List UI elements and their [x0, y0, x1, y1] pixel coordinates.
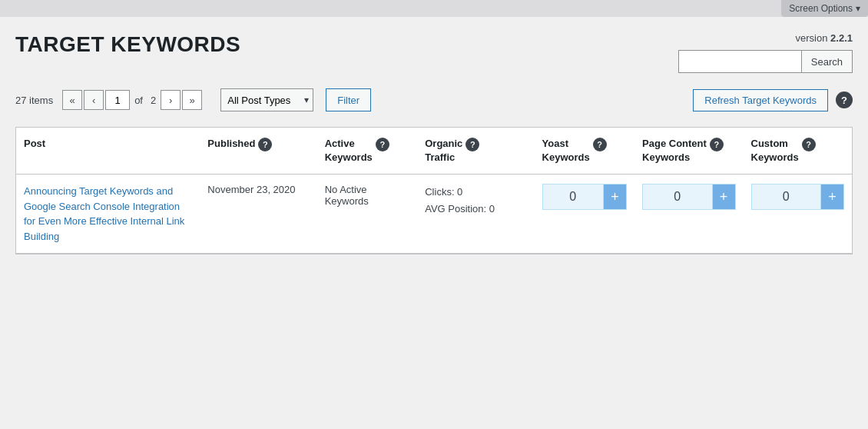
- toolbar-left: 27 items « ‹ of 2 › » All Post Types Fil…: [15, 88, 371, 111]
- col-label-published: Published: [207, 137, 255, 151]
- custom-keywords-help-icon[interactable]: ?: [802, 138, 816, 151]
- col-header-active-keywords: ActiveKeywords ?: [317, 128, 418, 175]
- col-header-page-content: Page ContentKeywords ?: [634, 128, 743, 175]
- filter-button[interactable]: Filter: [326, 88, 371, 111]
- table-cell-custom-keywords: 0 +: [744, 175, 852, 254]
- col-header-post: Post: [16, 128, 200, 175]
- yoast-count: 0: [543, 190, 604, 204]
- total-pages: 2: [151, 95, 156, 106]
- main-header: TARGET KEYWORDS version 2.2.1 Search: [0, 17, 868, 81]
- version-text: version 2.2.1: [796, 32, 853, 44]
- prev-page-button[interactable]: ‹: [84, 90, 104, 110]
- screen-options-bar: Screen Options ▾: [0, 0, 868, 17]
- refresh-target-keywords-button[interactable]: Refresh Target Keywords: [693, 89, 828, 111]
- first-page-button[interactable]: «: [62, 90, 82, 110]
- page-number-input[interactable]: [105, 90, 130, 110]
- next-page-button[interactable]: ›: [161, 90, 181, 110]
- col-header-custom-keywords: CustomKeywords ?: [744, 128, 852, 175]
- page-content-help-icon[interactable]: ?: [710, 138, 724, 151]
- version-prefix: version: [796, 32, 828, 44]
- table-container: Post Published ? ActiveKeywords ?: [15, 127, 853, 254]
- help-char: ?: [841, 95, 847, 106]
- organic-traffic-help-icon[interactable]: ?: [465, 138, 479, 151]
- col-label-yoast-keywords: YoastKeywords: [542, 137, 590, 165]
- col-label-post: Post: [24, 137, 45, 151]
- version-number: 2.2.1: [830, 32, 853, 44]
- col-header-yoast-keywords: YoastKeywords ?: [535, 128, 635, 175]
- search-input[interactable]: [678, 50, 801, 73]
- published-help-icon[interactable]: ?: [258, 138, 272, 151]
- no-active-keywords-label: No Active Keywords: [325, 184, 369, 207]
- custom-count: 0: [752, 190, 820, 204]
- active-keywords-help-icon[interactable]: ?: [376, 138, 389, 151]
- col-label-page-content: Page ContentKeywords: [642, 137, 707, 165]
- header-right: version 2.2.1 Search: [678, 32, 853, 73]
- pagination: « ‹ of 2 › »: [62, 90, 202, 110]
- screen-options-chevron: ▾: [856, 3, 860, 14]
- page-keyword-counter: 0 +: [642, 184, 735, 210]
- keywords-table: Post Published ? ActiveKeywords ?: [16, 128, 852, 254]
- custom-add-button[interactable]: +: [820, 185, 843, 209]
- table-cell-organic-traffic: Clicks: 0 AVG Position: 0: [417, 175, 534, 254]
- post-type-select-wrapper: All Post Types: [220, 88, 313, 111]
- page-count: 0: [643, 190, 711, 204]
- table-row: Announcing Target Keywords and Google Se…: [16, 175, 852, 254]
- organic-clicks: Clicks: 0: [425, 184, 526, 201]
- post-link[interactable]: Announcing Target Keywords and Google Se…: [24, 184, 192, 244]
- table-cell-post: Announcing Target Keywords and Google Se…: [16, 175, 200, 254]
- page-add-button[interactable]: +: [712, 185, 735, 209]
- col-header-organic-traffic: OrganicTraffic ?: [417, 128, 534, 175]
- organic-avg-position: AVG Position: 0: [425, 201, 526, 218]
- toolbar: 27 items « ‹ of 2 › » All Post Types Fil…: [0, 81, 868, 119]
- items-count: 27 items: [15, 95, 53, 106]
- col-label-organic-traffic: OrganicTraffic: [425, 137, 462, 165]
- table-header-row: Post Published ? ActiveKeywords ?: [16, 128, 852, 175]
- clicks-label: Clicks: 0: [425, 186, 462, 198]
- custom-keyword-counter: 0 +: [751, 184, 844, 210]
- table-cell-yoast-keywords: 0 +: [535, 175, 635, 254]
- published-date: November 23, 2020: [207, 184, 295, 195]
- search-button[interactable]: Search: [801, 50, 853, 73]
- avg-position-label: AVG Position: 0: [425, 203, 495, 214]
- yoast-keyword-counter: 0 +: [542, 184, 628, 210]
- page-of: of: [134, 95, 143, 106]
- search-row: Search: [678, 50, 853, 73]
- help-icon[interactable]: ?: [836, 91, 853, 108]
- table-cell-published: November 23, 2020: [200, 175, 316, 254]
- col-label-custom-keywords: CustomKeywords: [751, 137, 799, 165]
- col-label-active-keywords: ActiveKeywords: [325, 137, 373, 165]
- toolbar-right: Refresh Target Keywords ?: [693, 89, 853, 111]
- yoast-keywords-help-icon[interactable]: ?: [593, 138, 607, 151]
- yoast-add-button[interactable]: +: [603, 185, 626, 209]
- post-type-select[interactable]: All Post Types: [220, 88, 313, 111]
- table-cell-active-keywords: No Active Keywords: [317, 175, 418, 254]
- col-header-published: Published ?: [200, 128, 316, 175]
- table-cell-page-content: 0 +: [634, 175, 743, 254]
- page-title: TARGET KEYWORDS: [15, 32, 240, 57]
- last-page-button[interactable]: »: [182, 90, 202, 110]
- screen-options-button[interactable]: Screen Options ▾: [781, 0, 868, 17]
- screen-options-label: Screen Options: [789, 3, 853, 14]
